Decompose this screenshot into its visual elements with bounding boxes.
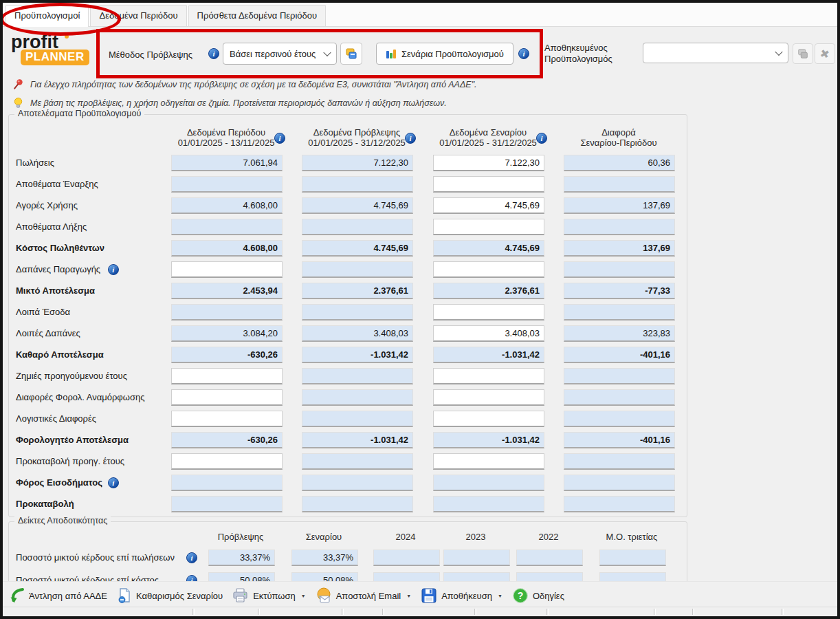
statusbar-separator	[692, 609, 694, 615]
note-row: Με βάση τις προβλέψεις, η χρήση οδηγείτα…	[12, 97, 447, 109]
value-cell[interactable]	[171, 453, 283, 470]
value-cell: 3.408,03	[302, 325, 413, 342]
scenarios-button[interactable]: Σενάρια Προϋπολογισμού	[376, 43, 513, 65]
value-cell	[302, 411, 413, 427]
clear-scenario-button[interactable]: Καθαρισμός Σεναρίου	[117, 587, 223, 604]
save-label: Αποθήκευση	[441, 591, 492, 601]
table-row: Προκαταβολή	[9, 496, 687, 512]
value-cell[interactable]: 3.408,03	[433, 325, 544, 342]
value-cell	[564, 176, 675, 193]
value-cell: 4.745,69	[302, 240, 413, 257]
row-label: Κόστος Πωληθέντων	[16, 240, 104, 257]
value-cell[interactable]	[433, 368, 544, 384]
tab-bar: Προϋπολογισμοί Δεδομένα Περιόδου Πρόσθετ…	[3, 3, 837, 27]
value-cell	[302, 496, 413, 512]
value-cell[interactable]	[433, 261, 544, 278]
value-cell	[564, 368, 675, 384]
print-button[interactable]: Εκτύπωση	[232, 588, 306, 603]
value-cell[interactable]	[433, 411, 544, 427]
column-header-period: Δεδομένα Περιόδου 01/01/2025 - 13/11/202…	[171, 127, 281, 148]
row-label: Ζημιές προηγούμενου έτους	[16, 368, 127, 384]
info-icon[interactable]	[186, 552, 197, 563]
statusbar-separator	[342, 609, 344, 615]
value-cell: 4.608,00	[171, 240, 283, 257]
scenarios-button-label: Σενάρια Προϋπολογισμού	[401, 49, 504, 59]
app-window: Προϋπολογισμοί Δεδομένα Περιόδου Πρόσθετ…	[0, 0, 840, 619]
value-cell: 4.608,00	[171, 197, 283, 214]
value-cell[interactable]	[433, 453, 544, 470]
value-cell	[433, 475, 544, 491]
value-cell[interactable]	[171, 411, 283, 427]
table-row: Διαφορές Φορολ. Αναμόρφωσης	[9, 389, 687, 406]
save-button[interactable]: Αποθήκευση	[421, 587, 502, 604]
value-cell[interactable]	[171, 368, 283, 384]
ratio-header-3yr-avg: Μ.Ο. τριετίας	[594, 532, 670, 542]
row-label: Δαπάνες Παραγωγής	[16, 261, 100, 278]
email-icon	[316, 587, 332, 604]
value-cell[interactable]	[433, 389, 544, 406]
value-cell: -630,26	[171, 432, 283, 448]
table-row: Φόρος Εισοδήματος	[9, 475, 687, 491]
ratio-value-cell	[516, 550, 583, 566]
saved-budget-label: Αποθηκευμένος Προϋπολογισμός	[544, 43, 612, 65]
value-cell: 60,36	[564, 155, 675, 171]
delete-x-icon: ✖	[819, 46, 830, 61]
info-icon[interactable]	[108, 477, 119, 488]
ratio-value-cell: 33,37%	[208, 550, 275, 566]
table-row: Ζημιές προηγούμενου έτους	[9, 368, 687, 384]
value-cell[interactable]	[433, 176, 544, 193]
value-cell: 3.084,20	[171, 325, 283, 342]
ratio-header-forecast: Πρόβλεψης	[206, 532, 275, 542]
value-cell	[564, 389, 675, 406]
help-button[interactable]: ? Οδηγίες	[512, 587, 564, 604]
value-cell	[171, 176, 283, 193]
print-label: Εκτύπωση	[253, 591, 296, 601]
aade-arrow-icon	[8, 587, 25, 604]
statusbar-separator	[382, 609, 384, 615]
info-icon[interactable]	[274, 133, 285, 144]
row-label: Φορολογητέο Αποτέλεσμα	[16, 432, 129, 448]
row-label: Αποθέματα Λήξης	[16, 219, 87, 235]
results-group: Αποτελέσματα Προϋπολογισμού Δεδομένα Περ…	[8, 114, 687, 517]
tab-extra-period-data[interactable]: Πρόσθετα Δεδομένα Περιόδου	[188, 5, 327, 26]
value-cell	[302, 453, 413, 470]
value-cell[interactable]	[171, 389, 283, 406]
value-cell	[302, 304, 413, 321]
row-label: Λοιπές Δαπάνες	[16, 325, 80, 342]
status-bar	[3, 607, 837, 616]
saved-budget-select[interactable]	[643, 43, 788, 63]
pin-icon	[12, 78, 24, 90]
send-email-label: Αποστολή Email	[336, 591, 401, 601]
row-label: Μικτό Αποτέλεσμα	[16, 283, 95, 299]
method-select[interactable]: Βάσει περσινού έτους	[223, 43, 337, 65]
value-cell	[302, 219, 413, 235]
delete-saved-budget-button[interactable]: ✖	[815, 43, 835, 64]
table-row: Καθαρό Αποτέλεσμα-630,26-1.031,42-1.031,…	[9, 347, 687, 363]
info-icon[interactable]	[536, 133, 547, 144]
table-row: Λογιστικές Διαφορές	[9, 411, 687, 427]
info-icon[interactable]	[405, 133, 416, 144]
send-email-button[interactable]: Αποστολή Email	[316, 587, 411, 604]
value-cell: 2.376,61	[433, 283, 544, 299]
fetch-aade-button[interactable]: Άντληση από ΑΑΔΕ	[8, 587, 107, 604]
table-row: Λοιπά Έσοδα	[9, 304, 687, 321]
note-row: Για έλεγχο πληρότητας των δεδομένων της …	[12, 78, 477, 90]
tab-budgets[interactable]: Προϋπολογισμοί	[5, 5, 89, 27]
value-cell[interactable]: 4.745,69	[433, 197, 544, 214]
method-info-icon[interactable]	[208, 48, 219, 59]
ratio-value-cell	[599, 550, 666, 566]
row-label: Προκαταβολή προηγ. έτους	[16, 453, 124, 470]
tab-period-data[interactable]: Δεδομένα Περιόδου	[90, 5, 186, 26]
value-cell[interactable]	[433, 304, 544, 321]
column-header-scenario: Δεδομένα Σεναρίου 01/01/2025 - 31/12/202…	[433, 127, 543, 148]
value-cell[interactable]	[433, 219, 544, 235]
value-cell[interactable]: 7.122,30	[433, 155, 544, 171]
statusbar-separator	[258, 609, 260, 615]
bulb-icon	[12, 97, 24, 109]
info-icon[interactable]	[108, 264, 119, 275]
scenarios-info-icon[interactable]	[518, 48, 529, 59]
bar-chart-icon	[386, 48, 397, 59]
load-saved-budget-button[interactable]	[793, 43, 813, 64]
apply-method-button[interactable]	[340, 43, 362, 65]
value-cell[interactable]	[171, 261, 283, 278]
